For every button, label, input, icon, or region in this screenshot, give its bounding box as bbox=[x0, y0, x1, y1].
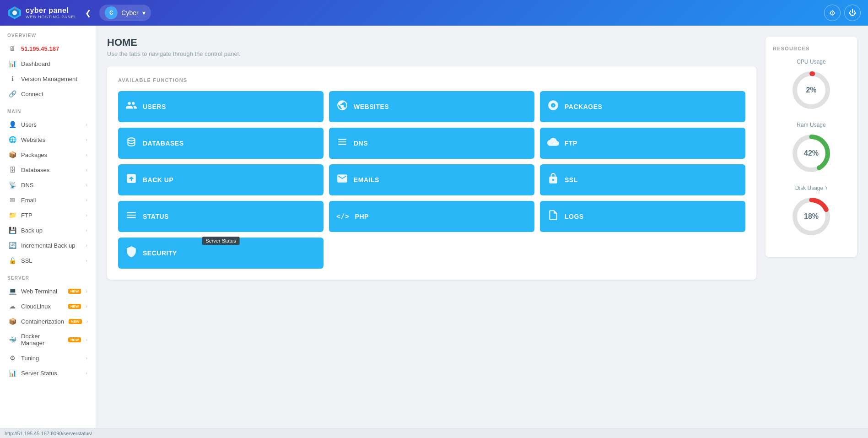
disk-value: 18% bbox=[804, 212, 819, 221]
sidebar-item-version[interactable]: ℹ Version Management bbox=[2, 71, 94, 86]
inc-backup-chevron: › bbox=[86, 243, 87, 248]
functions-card: AVAILABLE FUNCTIONS USERS WEBSITES bbox=[107, 66, 756, 280]
server-status-chevron: › bbox=[86, 370, 87, 376]
sidebar-item-tuning[interactable]: ⚙ Tuning › bbox=[2, 351, 94, 365]
sidebar-item-databases[interactable]: 🗄 Databases › bbox=[2, 162, 94, 177]
sidebar-item-ip[interactable]: 🖥 51.195.45.187 bbox=[2, 41, 94, 56]
resources-label: RESOURCES bbox=[773, 46, 850, 51]
emails-button[interactable]: EMAILS bbox=[329, 164, 534, 195]
cloudlinux-chevron: › bbox=[86, 303, 87, 309]
statusbar-url: http://51.195.45.187:8090/serverstatus/ bbox=[5, 431, 92, 436]
docker-icon: 🐳 bbox=[8, 336, 16, 343]
users-button[interactable]: USERS bbox=[118, 91, 323, 122]
power-button[interactable]: ⏻ bbox=[844, 5, 861, 21]
php-func-icon: </> bbox=[336, 212, 350, 221]
sidebar-item-dns[interactable]: 📡 DNS › bbox=[2, 178, 94, 192]
sidebar-item-ssl[interactable]: 🔒 SSL › bbox=[2, 253, 94, 268]
websites-button[interactable]: WEBSITES bbox=[329, 91, 534, 122]
containerization-icon: 📦 bbox=[8, 318, 16, 325]
content-area: HOME Use the tabs to navigate through th… bbox=[96, 26, 868, 428]
databases-icon: 🗄 bbox=[8, 166, 16, 173]
databases-label: DATABASES bbox=[143, 140, 184, 147]
websites-func-icon bbox=[336, 99, 348, 114]
sidebar-item-dashboard[interactable]: 📊 Dashboard bbox=[2, 56, 94, 71]
dns-chevron: › bbox=[86, 182, 87, 188]
server-section-label: SERVER bbox=[0, 268, 96, 283]
ssl-chevron: › bbox=[86, 258, 87, 263]
ip-address[interactable]: 51.195.45.187 bbox=[21, 45, 59, 52]
cpu-label: CPU Usage bbox=[773, 59, 850, 65]
sidebar-item-cloudlinux[interactable]: ☁ CloudLinux NEW › bbox=[2, 299, 94, 314]
overview-section-label: OVERVIEW bbox=[0, 26, 96, 41]
cpu-resource: CPU Usage 2% bbox=[773, 59, 850, 113]
logo-icon bbox=[7, 5, 22, 20]
username: Cyber bbox=[121, 9, 138, 16]
packages-func-icon bbox=[547, 99, 559, 114]
ftp-label: FTP bbox=[565, 140, 577, 147]
sidebar-item-web-terminal[interactable]: 💻 Web Terminal NEW › bbox=[2, 284, 94, 298]
settings-button[interactable]: ⚙ bbox=[824, 5, 841, 21]
logo-area: cyber panel WEB HOSTING PANEL bbox=[7, 5, 77, 20]
ssl-button[interactable]: SSL bbox=[540, 164, 745, 195]
databases-button[interactable]: DATABASES bbox=[118, 128, 323, 159]
ssl-icon: 🔒 bbox=[8, 257, 16, 264]
ftp-icon: 📁 bbox=[8, 211, 16, 219]
security-button[interactable]: SECURITY bbox=[118, 238, 323, 269]
sidebar-item-connect[interactable]: 🔗 Connect bbox=[2, 87, 94, 101]
backup-button[interactable]: BAcK UP bbox=[118, 164, 323, 195]
user-dropdown[interactable]: C Cyber ▾ bbox=[99, 5, 151, 21]
dns-func-icon bbox=[336, 136, 348, 151]
topnav-right: ⚙ ⏻ bbox=[824, 5, 861, 21]
user-avatar: C bbox=[105, 6, 118, 19]
packages-icon: 📦 bbox=[8, 151, 16, 158]
tuning-icon: ⚙ bbox=[8, 354, 16, 362]
main-section-label: MAIN bbox=[0, 102, 96, 117]
sidebar-item-ftp[interactable]: 📁 FTP › bbox=[2, 208, 94, 222]
statusbar: http://51.195.45.187:8090/serverstatus/ bbox=[0, 428, 868, 438]
sidebar-item-users[interactable]: 👤 Users › bbox=[2, 117, 94, 132]
packages-button[interactable]: PACKAGES bbox=[540, 91, 745, 122]
ftp-chevron: › bbox=[86, 212, 87, 218]
main-panel: HOME Use the tabs to navigate through th… bbox=[107, 37, 756, 417]
status-button[interactable]: STATUS bbox=[118, 201, 323, 232]
containerization-chevron: › bbox=[86, 319, 88, 324]
sidebar-toggle[interactable]: ❮ bbox=[81, 7, 95, 19]
functions-grid: USERS WEBSITES PACKAGES bbox=[118, 91, 745, 269]
dns-button[interactable]: DNS bbox=[329, 128, 534, 159]
sidebar-item-containerization[interactable]: 📦 Containerization NEW › bbox=[2, 314, 94, 329]
dns-label: DNS bbox=[354, 140, 368, 147]
backup-func-icon bbox=[125, 173, 137, 187]
resources-panel: RESOURCES CPU Usage 2% Ram Usage bbox=[766, 37, 857, 257]
server-status-icon: 📊 bbox=[8, 369, 16, 377]
sidebar-item-incremental-backup[interactable]: 🔄 Incremental Back up › bbox=[2, 238, 94, 253]
users-label: USERS bbox=[143, 103, 166, 110]
sidebar-item-websites[interactable]: 🌐 Websites › bbox=[2, 132, 94, 147]
email-chevron: › bbox=[86, 197, 87, 203]
backup-label: BAcK UP bbox=[143, 176, 173, 184]
databases-chevron: › bbox=[86, 167, 87, 173]
sidebar-item-email[interactable]: ✉ Email › bbox=[2, 193, 94, 207]
tuning-chevron: › bbox=[86, 355, 87, 361]
emails-func-icon bbox=[336, 173, 348, 187]
disk-resource: Disk Usage '/ 18% bbox=[773, 185, 850, 239]
info-icon: ℹ bbox=[8, 75, 16, 82]
sidebar-item-packages[interactable]: 📦 Packages › bbox=[2, 147, 94, 162]
packages-chevron: › bbox=[86, 152, 87, 157]
websites-label: WEBSITES bbox=[354, 103, 389, 110]
sidebar-item-docker[interactable]: 🐳 Docker Manager NEW › bbox=[2, 329, 94, 350]
logo-text: cyber panel WEB HOSTING PANEL bbox=[26, 6, 77, 20]
php-button[interactable]: </> PHP bbox=[329, 201, 534, 232]
status-func-icon bbox=[125, 209, 137, 224]
databases-func-icon bbox=[125, 136, 137, 151]
ftp-button[interactable]: FTP bbox=[540, 128, 745, 159]
ftp-func-icon bbox=[547, 136, 559, 151]
svg-point-2 bbox=[12, 11, 17, 15]
connect-icon: 🔗 bbox=[8, 90, 16, 97]
ssl-label: SSL bbox=[565, 176, 578, 184]
logs-button[interactable]: LOGS bbox=[540, 201, 745, 232]
sidebar-item-server-status[interactable]: 📊 Server Status › bbox=[2, 366, 94, 380]
ram-donut: 42% bbox=[791, 133, 832, 174]
disk-label: Disk Usage '/ bbox=[773, 185, 850, 191]
sidebar-item-backup[interactable]: 💾 Back up › bbox=[2, 223, 94, 238]
php-label: PHP bbox=[355, 213, 369, 220]
